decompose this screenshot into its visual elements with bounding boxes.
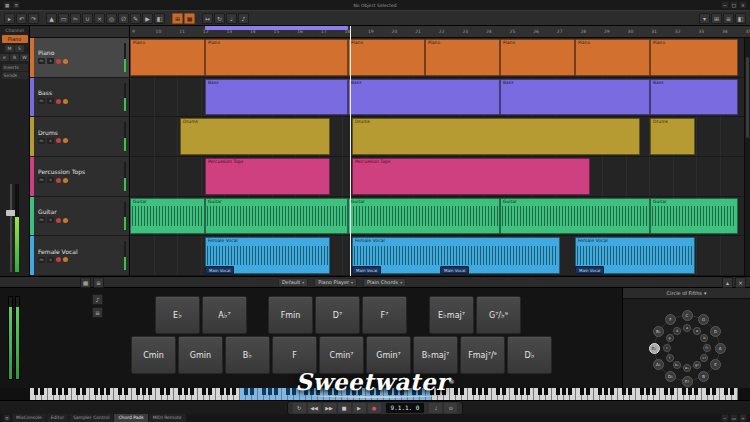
- black-key[interactable]: [310, 388, 314, 395]
- black-key[interactable]: [604, 388, 608, 395]
- monitor-button[interactable]: [63, 218, 68, 223]
- activate-project-icon[interactable]: ▸: [4, 13, 15, 24]
- black-key[interactable]: [706, 388, 710, 395]
- chord-pad-d[interactable]: D♭: [507, 336, 552, 374]
- chord-pad-f[interactable]: F: [272, 336, 317, 374]
- black-key[interactable]: [478, 388, 482, 395]
- black-key[interactable]: [190, 388, 194, 395]
- solo-button[interactable]: s: [47, 257, 54, 263]
- track-header-female-vocal[interactable]: Female Vocalms: [30, 236, 129, 276]
- black-key[interactable]: [376, 388, 380, 395]
- metronome-icon[interactable]: ♩: [226, 13, 237, 24]
- record-arm-button[interactable]: [56, 178, 61, 183]
- circle-node-g[interactable]: g: [666, 334, 674, 342]
- mute-tool-icon[interactable]: ∅: [118, 13, 129, 24]
- clip-percussion-tops[interactable]: Percussion Tops: [205, 158, 330, 195]
- maximize-icon[interactable]: □: [730, 1, 738, 9]
- metronome-button[interactable]: ♩: [429, 403, 442, 413]
- clip-drums[interactable]: Drums: [352, 118, 640, 155]
- circle-node-f[interactable]: f: [666, 354, 674, 362]
- black-key[interactable]: [358, 388, 362, 395]
- black-key[interactable]: [652, 388, 656, 395]
- solo-button[interactable]: s: [47, 98, 54, 104]
- chord-pad-cmin[interactable]: Cmin⁷: [319, 336, 364, 374]
- monitor-button[interactable]: [63, 99, 68, 104]
- mute-button[interactable]: m: [38, 257, 45, 263]
- voicing-dropdown[interactable]: Plain Chords▾: [363, 278, 406, 287]
- vertical-scrollbar-handle[interactable]: [746, 57, 749, 138]
- black-key[interactable]: [520, 388, 524, 395]
- track-header-piano[interactable]: Pianoms: [30, 38, 129, 78]
- project-menu-icon[interactable]: ≡: [12, 1, 20, 9]
- record-arm-button[interactable]: [56, 59, 61, 64]
- circle-node-b[interactable]: B♭: [653, 326, 664, 337]
- black-key[interactable]: [106, 388, 110, 395]
- black-key[interactable]: [166, 388, 170, 395]
- black-key[interactable]: [388, 388, 392, 395]
- zoom-in-icon[interactable]: +: [739, 414, 747, 422]
- black-key[interactable]: [160, 388, 164, 395]
- black-key[interactable]: [622, 388, 626, 395]
- black-key[interactable]: [670, 388, 674, 395]
- black-key[interactable]: [346, 388, 350, 395]
- rewind-button[interactable]: ◀◀: [308, 403, 321, 413]
- black-key[interactable]: [58, 388, 62, 395]
- mute-button[interactable]: m: [38, 98, 45, 104]
- circle-node-e[interactable]: e: [693, 327, 701, 335]
- draw-tool-icon[interactable]: ✎: [130, 13, 141, 24]
- track-header-drums[interactable]: Drumsms: [30, 117, 129, 157]
- clip-piano[interactable]: Piano: [425, 39, 500, 76]
- black-key[interactable]: [460, 388, 464, 395]
- setup-window-layout-icon[interactable]: ≡: [3, 414, 11, 422]
- tab-editor[interactable]: Editor: [47, 414, 68, 422]
- track-header-guitar[interactable]: Guitarms: [30, 197, 129, 237]
- zoom-slider-icon[interactable]: ▭: [730, 414, 738, 422]
- black-key[interactable]: [148, 388, 152, 395]
- ruler-settings-icon[interactable]: ≡: [723, 13, 734, 24]
- zoom-tool-icon[interactable]: ◎: [106, 13, 117, 24]
- black-key[interactable]: [136, 388, 140, 395]
- vocal-part-chip[interactable]: Main Vocal: [440, 266, 469, 274]
- black-key[interactable]: [640, 388, 644, 395]
- black-key[interactable]: [562, 388, 566, 395]
- black-key[interactable]: [304, 388, 308, 395]
- circle-node-e[interactable]: e♭: [683, 364, 691, 372]
- chord-assistant-icon[interactable]: ♪: [92, 294, 103, 305]
- clip-piano[interactable]: Piano: [575, 39, 650, 76]
- circle-node-a[interactable]: A♭: [653, 359, 664, 370]
- glue-tool-icon[interactable]: ∪: [82, 13, 93, 24]
- clip-bass[interactable]: Bass: [650, 79, 738, 116]
- quantize-icon[interactable]: ⊞: [711, 13, 722, 24]
- black-key[interactable]: [730, 388, 734, 395]
- play-button[interactable]: ▶: [353, 403, 366, 413]
- chord-pad-e[interactable]: E♭: [155, 296, 200, 334]
- black-key[interactable]: [352, 388, 356, 395]
- erase-tool-icon[interactable]: ×: [94, 13, 105, 24]
- black-key[interactable]: [442, 388, 446, 395]
- black-key[interactable]: [268, 388, 272, 395]
- circle-node-g[interactable]: G: [698, 314, 709, 325]
- clip-piano[interactable]: Piano: [130, 39, 205, 76]
- clip-percussion-tops[interactable]: Percussion Tops: [352, 158, 590, 195]
- circle-node-b[interactable]: B: [698, 371, 709, 382]
- black-key[interactable]: [184, 388, 188, 395]
- black-key[interactable]: [40, 388, 44, 395]
- black-key[interactable]: [694, 388, 698, 395]
- solo-button[interactable]: s: [47, 177, 54, 183]
- close-icon[interactable]: ×: [739, 1, 747, 9]
- zone-settings-icon[interactable]: ≡: [93, 277, 104, 288]
- close-zone-icon[interactable]: ×: [735, 277, 746, 288]
- clip-guitar[interactable]: Guitar: [650, 198, 738, 235]
- black-key[interactable]: [484, 388, 488, 395]
- clip-guitar[interactable]: Guitar: [500, 198, 650, 235]
- black-key[interactable]: [250, 388, 254, 395]
- record-arm-button[interactable]: [56, 99, 61, 104]
- channel-r-button[interactable]: R: [10, 54, 19, 61]
- black-key[interactable]: [178, 388, 182, 395]
- black-key[interactable]: [208, 388, 212, 395]
- editor-keyboard-icon[interactable]: ▦: [80, 277, 91, 288]
- mute-button[interactable]: m: [38, 58, 45, 64]
- record-arm-button[interactable]: [56, 138, 61, 143]
- monitor-button[interactable]: [63, 257, 68, 262]
- player-mode-dropdown[interactable]: Piano Player▾: [314, 278, 357, 287]
